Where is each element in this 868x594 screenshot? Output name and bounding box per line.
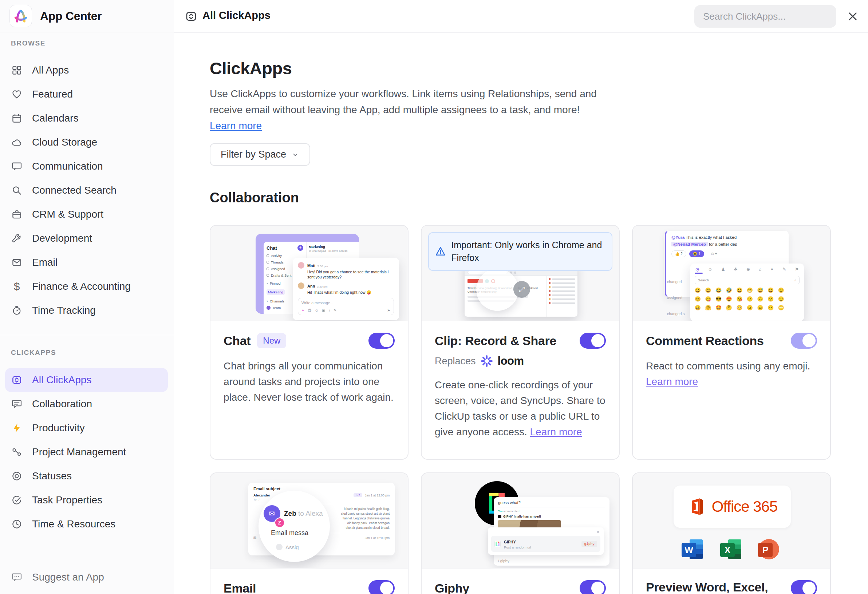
giphy-toggle[interactable]: [580, 580, 606, 594]
card-title-comment-reactions: Comment Reactions: [646, 334, 764, 348]
sidebar-item-project-management[interactable]: Project Management: [0, 440, 174, 464]
comment-reactions-card: @Yura This is exactly what I asked @Nena…: [632, 225, 831, 460]
sidebar-item-crm-support[interactable]: CRM & Support: [0, 202, 174, 226]
sidebar-item-featured[interactable]: Featured: [0, 82, 174, 106]
check-circle-icon: [11, 494, 22, 506]
email-toggle[interactable]: [369, 580, 395, 594]
intro-learn-more-link[interactable]: Learn more: [210, 120, 262, 132]
clickapps-description: Use ClickApps to customize your workflow…: [210, 86, 625, 118]
avatar: Z: [275, 517, 285, 528]
cloud-icon: [11, 137, 22, 148]
new-badge: New: [257, 333, 286, 348]
sidebar-item-finance-accounting[interactable]: $ Finance & Accounting: [0, 274, 174, 298]
reactions-preview-image: @Yura This is exactly what I asked @Nena…: [633, 226, 830, 321]
card-title-clip: Clip: Record & Share: [435, 334, 557, 348]
clip-preview-image: Important: Only works in Chrome and Fire…: [422, 226, 619, 321]
office-preview-card: Office 365 W X P: [632, 472, 831, 594]
giphy-comment-mockup: guess what? You commented GIPHY finally …: [494, 497, 610, 566]
sidebar-item-email[interactable]: Email: [0, 251, 174, 274]
giphy-command-code: giphy: [582, 541, 597, 547]
chat-card: Chat + Activity Threads Assigned Drafts …: [210, 225, 409, 460]
suggest-an-app-button[interactable]: Suggest an App: [0, 565, 174, 589]
app-title: App Center: [40, 9, 102, 23]
envelope-icon: ✉: [253, 536, 256, 540]
sidebar-item-development[interactable]: Development: [0, 226, 174, 251]
chat-toggle[interactable]: [369, 333, 395, 349]
giphy-slash-command: / giphy: [498, 559, 509, 563]
chat-preview-messages: Matt3:30 pm Hey! Did you get a chance to…: [293, 258, 399, 320]
sidebar-item-label: Development: [32, 233, 92, 244]
avatar: [298, 262, 304, 268]
all-clickapps-header-icon: [185, 10, 197, 24]
sidebar-item-cloud-storage[interactable]: Cloud Storage: [0, 130, 174, 154]
suggest-an-app-label: Suggest an App: [32, 572, 104, 583]
replaces-label: Replaces: [435, 355, 476, 367]
card-title-email: Email: [224, 581, 256, 594]
chat-bubble-icon: [11, 161, 22, 172]
sidebar-item-label: Task Properties: [32, 494, 102, 506]
heart-icon: [11, 88, 22, 100]
stopwatch-icon: [11, 305, 22, 316]
card-title-chat: Chat: [224, 334, 251, 348]
sidebar-item-collaboration[interactable]: Collaboration: [0, 392, 174, 416]
sidebar-item-task-properties[interactable]: Task Properties: [0, 488, 174, 512]
sidebar-item-time-resources[interactable]: Time & Resources: [0, 512, 174, 536]
collaboration-section-title: Collaboration: [210, 190, 299, 206]
suggest-bubble-icon: [11, 572, 22, 583]
sidebar-item-communication[interactable]: Communication: [0, 154, 174, 178]
sidebar-item-label: Finance & Accounting: [32, 281, 131, 292]
clip-zoom-overlay: [476, 268, 518, 311]
sidebar-item-connected-search[interactable]: Connected Search: [0, 178, 174, 202]
card-title-office: Preview Word, Excel, and: [646, 580, 784, 594]
sidebar-item-label: Collaboration: [32, 398, 92, 410]
sidebar-item-statuses[interactable]: Statuses: [0, 464, 174, 488]
sidebar-item-label: Time & Resources: [32, 518, 115, 530]
grid-icon: [11, 65, 22, 76]
giphy-command-icon: [495, 541, 500, 547]
page-title: All ClickApps: [202, 9, 270, 22]
sidebar-item-productivity[interactable]: Productivity: [0, 416, 174, 440]
clip-toggle[interactable]: [580, 333, 606, 349]
sidebar-item-time-tracking[interactable]: Time Tracking: [0, 298, 174, 323]
reaction-chip-laugh: 😂 1: [689, 251, 704, 257]
clock-icon: [11, 518, 22, 530]
sidebar-logo-row: App Center: [0, 0, 174, 32]
clickapps-nav: All ClickApps Collaboration Productivity…: [0, 368, 174, 536]
office-365-logo: Office 365: [673, 485, 791, 528]
email-magnifier: ✉ Z Zeb to Alexa Email messa Assig: [258, 491, 330, 562]
filter-by-space-button[interactable]: Filter by Space: [210, 143, 310, 166]
giphy-preview-image: guess what? You commented GIPHY finally …: [422, 473, 619, 569]
sidebar-item-all-clickapps[interactable]: All ClickApps: [5, 368, 168, 392]
powerpoint-icon: P: [758, 539, 779, 560]
lightning-icon: [11, 422, 22, 434]
sidebar-item-label: Project Management: [32, 446, 126, 458]
email-preview-image: Email subject Alexander ⌂ 3 Jan 1 at 12:…: [210, 473, 408, 569]
comment-reactions-toggle[interactable]: [791, 333, 817, 349]
emoji-picker: ◷☺♟☘⊕⌂✦✎⚑ Search⌕ 😀 😄 😂 🤣 😃 😁 😅 😆 😉 😊 😋 …: [690, 264, 804, 321]
reactions-learn-more-link[interactable]: Learn more: [646, 376, 698, 387]
office-preview-toggle[interactable]: [791, 580, 817, 594]
sidebar-item-label: Email: [32, 256, 58, 268]
giphy-command-dropdown: ✕ GIPHY Post a random gif giphy: [488, 528, 604, 555]
word-icon: W: [682, 539, 703, 560]
activity-feed-text: changed s: [667, 311, 689, 316]
sidebar-item-label: Productivity: [32, 422, 85, 434]
card-title-giphy: Giphy: [435, 581, 469, 594]
sidebar-item-label: Connected Search: [32, 184, 117, 196]
plus-icon: +: [297, 245, 303, 251]
loom-wordmark: loom: [498, 355, 524, 368]
search-input[interactable]: [694, 5, 836, 28]
clip-learn-more-link[interactable]: Learn more: [530, 426, 582, 438]
sidebar-item-all-apps[interactable]: All Apps: [0, 58, 174, 82]
chat-preview-composer: Write a message... ✦@☺▣♪✎➤: [298, 298, 394, 315]
sidebar-item-calendars[interactable]: Calendars: [0, 106, 174, 130]
calendar-icon: [11, 112, 22, 124]
header-bar: All ClickApps: [174, 0, 868, 33]
sidebar: App Center BROWSE All Apps Featured Cale…: [0, 0, 174, 594]
target-icon: [11, 470, 22, 482]
chat-preview-title: Chat: [267, 245, 277, 251]
close-button[interactable]: [846, 10, 859, 23]
add-reaction-icon: ☺+: [707, 250, 720, 257]
browse-section-label: BROWSE: [11, 39, 46, 47]
chevron-down-icon: [291, 151, 299, 159]
